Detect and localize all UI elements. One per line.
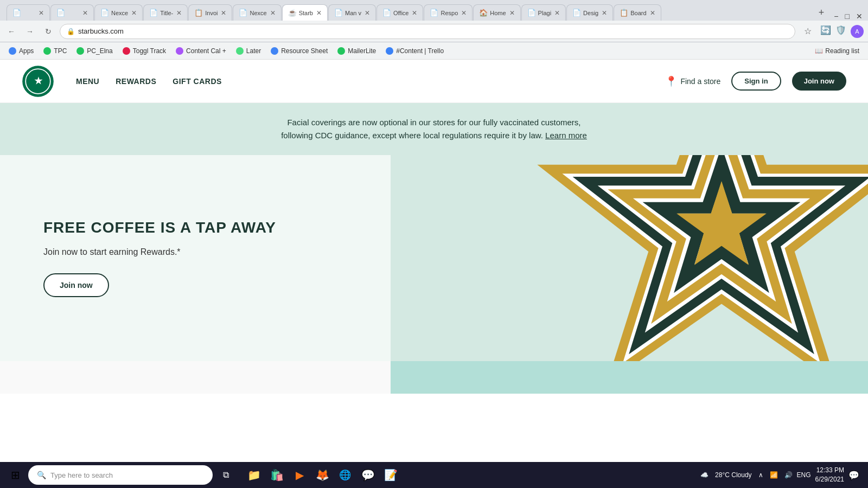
tab-close-9[interactable]: ✕ xyxy=(409,9,417,17)
browser-tab-9[interactable]: 📄Office✕ xyxy=(376,4,424,21)
bookmark-item-7[interactable]: MailerLite xyxy=(333,46,380,56)
file-explorer-icon[interactable]: 📁 xyxy=(243,464,265,486)
close-button[interactable]: ✕ xyxy=(856,12,863,21)
clock-time: 12:33 PM xyxy=(815,466,844,475)
browser-tab-10[interactable]: 📄Respo✕ xyxy=(424,4,473,21)
taskbar-search[interactable]: 🔍 Type here to search xyxy=(28,465,213,485)
language-label: ENG xyxy=(797,471,811,479)
starbucks-page: ★ MENU REWARDS GIFT CARDS 📍 Find a store… xyxy=(0,60,868,394)
browser-tab-2[interactable]: 📄✕ xyxy=(50,4,94,21)
back-button[interactable]: ← xyxy=(4,24,18,38)
browser-tab-5[interactable]: 📋Invoi✕ xyxy=(188,4,232,21)
bookmark-star-icon[interactable]: ☆ xyxy=(804,26,812,36)
tab-favicon-4: 📄 xyxy=(149,9,158,17)
weather-text: 28°C Cloudy xyxy=(715,471,752,479)
bookmark-item-6[interactable]: Resource Sheet xyxy=(266,46,332,56)
notification-icon[interactable]: 💬 xyxy=(848,470,859,480)
bookmark-label-8: #Content | Trello xyxy=(396,47,444,55)
tab-close-8[interactable]: ✕ xyxy=(361,9,370,17)
bookmark-item-2[interactable]: PC_Elna xyxy=(72,46,117,56)
minimize-button[interactable]: − xyxy=(834,12,838,21)
sticky-notes-icon[interactable]: 📝 xyxy=(380,464,401,486)
browser-tab-7[interactable]: ☕Starb✕ xyxy=(282,4,328,21)
extension-icon-2[interactable]: 🛡️ xyxy=(835,25,846,38)
tab-favicon-3: 📄 xyxy=(100,9,109,17)
browser-tab-6[interactable]: 📄Nexce✕ xyxy=(233,4,281,21)
chevron-icon[interactable]: ∧ xyxy=(758,471,763,479)
tab-close-14[interactable]: ✕ xyxy=(647,9,655,17)
tab-label-13: Desig xyxy=(583,10,598,16)
weather-icon: ☁️ xyxy=(700,471,709,479)
sign-in-button[interactable]: Sign in xyxy=(731,72,781,91)
store-icon[interactable]: 🛍️ xyxy=(266,464,288,486)
new-tab-button[interactable]: + xyxy=(814,4,829,21)
nav-menu[interactable]: MENU xyxy=(76,77,99,86)
firefox-icon[interactable]: 🦊 xyxy=(311,464,333,486)
tab-close-2[interactable]: ✕ xyxy=(79,9,88,17)
browser-tab-1[interactable]: 📄✕ xyxy=(7,4,50,21)
tab-close-12[interactable]: ✕ xyxy=(551,9,560,17)
vlc-icon[interactable]: ▶ xyxy=(289,464,310,486)
nav-rewards[interactable]: REWARDS xyxy=(116,77,156,86)
tab-close-10[interactable]: ✕ xyxy=(458,9,467,17)
tab-label-10: Respo xyxy=(441,10,458,16)
tab-close-4[interactable]: ✕ xyxy=(173,9,182,17)
browser-tab-14[interactable]: 📋Board✕ xyxy=(614,4,661,21)
bookmark-label-3: Toggl Track xyxy=(133,47,166,55)
teams-icon[interactable]: 💬 xyxy=(357,464,379,486)
start-button[interactable]: ⊞ xyxy=(4,464,26,486)
search-placeholder: Type here to search xyxy=(50,471,113,479)
tab-favicon-5: 📋 xyxy=(194,9,203,17)
extension-icon-1[interactable]: 🔄 xyxy=(820,25,831,38)
bookmark-item-4[interactable]: Content Cal + xyxy=(171,46,231,56)
lock-icon: 🔒 xyxy=(67,28,75,35)
bookmark-item-1[interactable]: TPC xyxy=(39,46,71,56)
tab-label-14: Board xyxy=(630,10,646,16)
join-now-hero-button[interactable]: Join now xyxy=(43,273,109,297)
reading-list-button[interactable]: 📖 Reading list xyxy=(810,46,864,56)
bookmark-dot-3 xyxy=(123,47,130,55)
hero-section: FREE COFFEE IS A TAP AWAY Join now to st… xyxy=(0,155,868,361)
bookmark-item-3[interactable]: Toggl Track xyxy=(118,46,170,56)
maximize-button[interactable]: □ xyxy=(845,12,850,21)
tab-close-5[interactable]: ✕ xyxy=(218,9,226,17)
forward-button[interactable]: → xyxy=(23,24,37,38)
tab-close-6[interactable]: ✕ xyxy=(267,9,276,17)
task-view-button[interactable]: ⧉ xyxy=(215,464,237,486)
learn-more-link[interactable]: Learn more xyxy=(545,131,587,140)
address-bar[interactable]: 🔒 starbucks.com xyxy=(60,24,795,39)
browser-controls: − □ ✕ xyxy=(828,12,868,21)
tab-close-13[interactable]: ✕ xyxy=(598,9,607,17)
url-text[interactable]: starbucks.com xyxy=(78,27,124,35)
hero-title: FREE COFFEE IS A TAP AWAY xyxy=(43,219,276,236)
chrome-icon[interactable]: 🌐 xyxy=(334,464,356,486)
tab-close-3[interactable]: ✕ xyxy=(128,9,137,17)
tab-favicon-11: 🏠 xyxy=(479,9,488,17)
profile-icon[interactable]: A xyxy=(851,25,864,38)
tab-close-1[interactable]: ✕ xyxy=(35,9,44,17)
reload-button[interactable]: ↻ xyxy=(41,24,55,38)
bookmark-item-0[interactable]: Apps xyxy=(4,46,38,56)
hero-content: FREE COFFEE IS A TAP AWAY Join now to st… xyxy=(0,155,391,361)
browser-tab-11[interactable]: 🏠Home✕ xyxy=(473,4,520,21)
bookmark-item-5[interactable]: Later xyxy=(232,46,265,56)
browser-tab-13[interactable]: 📄Desig✕ xyxy=(566,4,613,21)
tab-label-7: Starb xyxy=(299,10,313,16)
bookmark-label-2: PC_Elna xyxy=(87,47,112,55)
join-now-header-button[interactable]: Join now xyxy=(792,72,846,91)
tab-label-4: Title- xyxy=(160,10,173,16)
find-store-button[interactable]: 📍 Find a store xyxy=(665,75,720,87)
browser-tab-4[interactable]: 📄Title-✕ xyxy=(143,4,188,21)
tab-close-11[interactable]: ✕ xyxy=(506,9,515,17)
banner-text: Facial coverings are now optional in our… xyxy=(22,116,846,142)
bookmark-item-8[interactable]: #Content | Trello xyxy=(381,46,448,56)
browser-tab-3[interactable]: 📄Nexce✕ xyxy=(94,4,143,21)
browser-tab-12[interactable]: 📄Plagi✕ xyxy=(521,4,566,21)
nav-gift-cards[interactable]: GIFT CARDS xyxy=(173,77,222,86)
browser-chrome: 📄✕📄✕📄Nexce✕📄Title-✕📋Invoi✕📄Nexce✕☕Starb✕… xyxy=(0,0,868,60)
browser-tab-8[interactable]: 📄Man v✕ xyxy=(328,4,376,21)
taskbar: ⊞ 🔍 Type here to search ⧉ 📁 🛍️ ▶ 🦊 🌐 💬 📝… xyxy=(0,462,868,488)
starbucks-logo[interactable]: ★ xyxy=(22,65,54,98)
tab-close-7[interactable]: ✕ xyxy=(313,9,322,17)
volume-icon[interactable]: 🔊 xyxy=(784,471,793,479)
